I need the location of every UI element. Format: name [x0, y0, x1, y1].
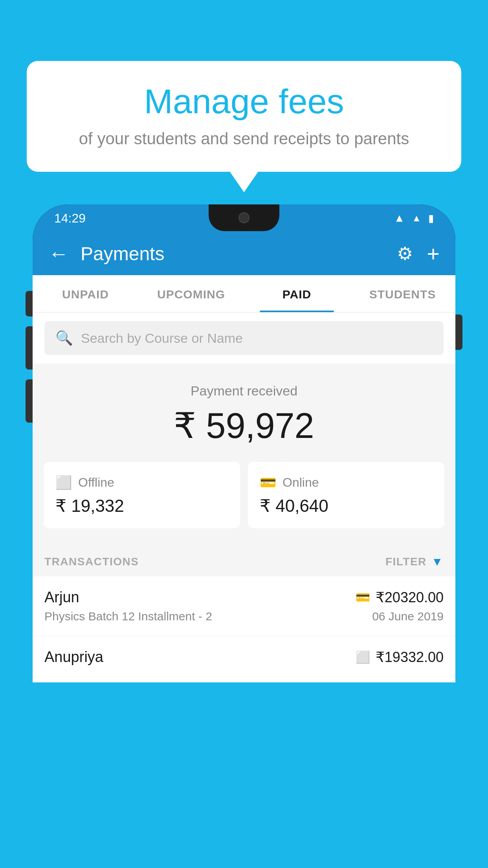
table-row[interactable]: Anupriya ⬜ ₹19332.00: [33, 636, 455, 682]
transaction-row-top: Anupriya ⬜ ₹19332.00: [44, 649, 444, 666]
transaction-row-bottom: Physics Batch 12 Installment - 2 06 June…: [44, 610, 444, 623]
table-row[interactable]: Arjun 💳 ₹20320.00 Physics Batch 12 Insta…: [33, 576, 455, 636]
online-label: Online: [283, 475, 319, 490]
search-input[interactable]: Search by Course or Name: [81, 331, 243, 346]
header-actions: ⚙ +: [397, 241, 440, 267]
bubble-title: Manage fees: [50, 83, 438, 121]
transaction-name: Anupriya: [44, 649, 103, 666]
payment-cards: ⬜ Offline ₹ 19,332 💳 Online ₹ 40,640: [33, 462, 455, 544]
transaction-course: Physics Batch 12 Installment - 2: [44, 610, 212, 623]
payment-type-icon: ⬜: [356, 650, 370, 664]
transactions-label: TRANSACTIONS: [44, 555, 139, 568]
power-button: [455, 314, 462, 350]
search-container: 🔍 Search by Course or Name: [33, 313, 455, 364]
transaction-list: Arjun 💳 ₹20320.00 Physics Batch 12 Insta…: [33, 576, 455, 682]
battery-icon: ▮: [428, 212, 434, 224]
phone-frame: 14:29 ▲ ▲ ▮ ← Payments ⚙ +: [33, 204, 455, 682]
payment-total-amount: ₹ 59,972: [44, 405, 444, 446]
online-payment-card: 💳 Online ₹ 40,640: [248, 462, 444, 528]
app-body: 🔍 Search by Course or Name Payment recei…: [33, 313, 455, 682]
tab-students[interactable]: STUDENTS: [350, 275, 455, 312]
search-box[interactable]: 🔍 Search by Course or Name: [44, 321, 444, 355]
filter-label: FILTER: [385, 555, 427, 568]
tab-bar: UNPAID UPCOMING PAID STUDENTS: [33, 275, 455, 313]
status-time: 14:29: [54, 211, 86, 226]
transactions-header: TRANSACTIONS FILTER ▼: [33, 544, 455, 576]
transaction-date: 06 June 2019: [372, 610, 444, 623]
payment-label: Payment received: [44, 383, 444, 399]
speech-bubble: Manage fees of your students and send re…: [27, 61, 461, 172]
offline-amount: ₹ 19,332: [55, 496, 228, 516]
online-icon: 💳: [260, 474, 276, 490]
payment-received-section: Payment received ₹ 59,972: [33, 364, 455, 462]
tab-upcoming[interactable]: UPCOMING: [138, 275, 244, 312]
filter-icon: ▼: [431, 555, 444, 568]
search-icon: 🔍: [55, 330, 73, 346]
status-icons: ▲ ▲ ▮: [394, 212, 434, 224]
add-icon[interactable]: +: [427, 241, 440, 267]
volume-up-button: [26, 326, 33, 370]
app-header: ← Payments ⚙ +: [33, 232, 455, 275]
filter-button[interactable]: FILTER ▼: [385, 555, 444, 568]
tab-paid[interactable]: PAID: [244, 275, 350, 312]
offline-card-header: ⬜ Offline: [55, 474, 228, 490]
transaction-amount: ₹20320.00: [376, 589, 444, 606]
phone-container: 14:29 ▲ ▲ ▮ ← Payments ⚙ +: [33, 204, 455, 868]
phone-notch: [209, 204, 279, 231]
transaction-amount: ₹19332.00: [376, 649, 444, 666]
payment-type-icon: 💳: [356, 590, 370, 604]
page-title: Payments: [81, 243, 397, 265]
transaction-amount-wrap: ⬜ ₹19332.00: [356, 649, 444, 666]
bubble-subtitle: of your students and send receipts to pa…: [50, 129, 438, 148]
volume-down-button: [26, 379, 33, 423]
online-card-header: 💳 Online: [260, 474, 433, 490]
transaction-row-top: Arjun 💳 ₹20320.00: [44, 589, 444, 606]
settings-icon[interactable]: ⚙: [397, 243, 413, 264]
front-camera: [238, 212, 250, 223]
signal-icon: ▲: [412, 213, 421, 224]
transaction-amount-wrap: 💳 ₹20320.00: [356, 589, 444, 606]
tab-unpaid[interactable]: UNPAID: [33, 275, 138, 312]
online-amount: ₹ 40,640: [260, 496, 433, 516]
transaction-name: Arjun: [44, 589, 79, 606]
offline-icon: ⬜: [55, 474, 72, 490]
back-button[interactable]: ←: [48, 242, 69, 265]
volume-silent-button: [26, 291, 33, 316]
offline-label: Offline: [78, 475, 114, 490]
wifi-icon: ▲: [394, 212, 405, 224]
offline-payment-card: ⬜ Offline ₹ 19,332: [44, 462, 240, 528]
